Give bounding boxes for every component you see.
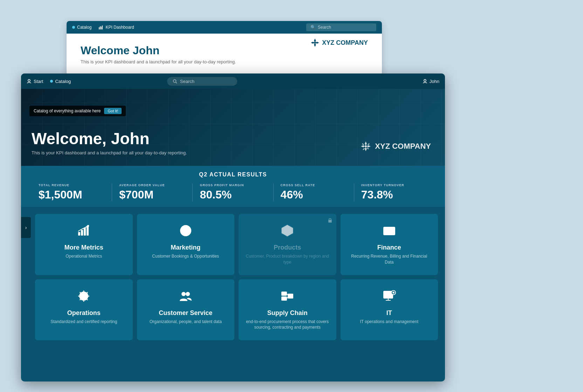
svg-point-35 — [182, 292, 185, 296]
metrics-bar: Q2 ACTUAL RESULTS TOTAL REVENUE $1,500M … — [21, 166, 445, 207]
card-customer-service[interactable]: Customer Service Organizational, people,… — [137, 279, 235, 341]
svg-rect-37 — [282, 292, 287, 295]
lock-icon — [327, 217, 333, 224]
svg-rect-13 — [87, 226, 89, 236]
nav-start[interactable]: Start — [27, 79, 43, 84]
svg-point-34 — [82, 295, 85, 298]
metric-gross-profit: GROSS PROFIT MARGIN 80.5% — [193, 183, 273, 201]
tooltip-bubble: Catalog of everything available here Got… — [29, 106, 126, 116]
svg-rect-3 — [102, 26, 103, 29]
supply-chain-title: Supply Chain — [267, 309, 308, 317]
start-icon — [27, 79, 32, 84]
svg-rect-39 — [288, 294, 293, 298]
main-window: Start Catalog Search John Catalog of eve… — [21, 74, 445, 382]
svg-line-7 — [176, 82, 177, 83]
hero-title: Welcome, John — [32, 129, 187, 148]
xyz-logo-icon — [311, 38, 319, 47]
hero-content: Welcome, John This is your KPI dashboard… — [32, 129, 187, 155]
bg-tab-dot — [72, 26, 75, 29]
card-operations[interactable]: Operations Standardized and certified re… — [35, 279, 133, 341]
hero-subtitle: This is your KPI dashboard and a launchp… — [32, 150, 187, 155]
metrics-grid: TOTAL REVENUE $1,500M AVERAGE ORDER VALU… — [32, 183, 434, 201]
bg-tab-kpi[interactable]: KPI Dashboard — [98, 25, 134, 30]
hero-logo-icon — [360, 141, 371, 152]
marketing-subtitle: Customer Bookings & Opportunities — [152, 253, 219, 259]
svg-rect-1 — [100, 26, 101, 29]
more-metrics-title: More Metrics — [64, 244, 103, 251]
card-products[interactable]: Products Customer, Product breakdown by … — [239, 214, 336, 275]
got-it-button[interactable]: Got It! — [104, 108, 122, 114]
card-finance[interactable]: Finance Recurring Revenue, Billing and F… — [341, 214, 438, 275]
nav-dot — [50, 80, 53, 83]
card-supply-chain[interactable]: Supply Chain end-to-end procurement proc… — [239, 279, 336, 341]
nav-search[interactable]: Search — [167, 77, 237, 86]
metric-inventory: INVENTORY TURNOVER 73.8% — [354, 183, 434, 201]
metrics-title: Q2 ACTUAL RESULTS — [32, 172, 434, 178]
svg-rect-2 — [101, 27, 102, 29]
svg-point-9 — [365, 145, 367, 147]
user-icon — [423, 79, 427, 84]
svg-point-36 — [186, 292, 190, 296]
svg-point-5 — [28, 79, 30, 82]
products-subtitle: Customer, Product breakdown by region an… — [246, 253, 329, 265]
bg-welcome-title: Welcome John — [81, 44, 236, 57]
bg-body: Welcome John This is your KPI dashboard … — [67, 34, 382, 75]
metric-total-revenue: TOTAL REVENUE $1,500M — [32, 183, 112, 201]
card-it[interactable]: IT IT operations and management — [341, 279, 438, 341]
svg-rect-12 — [84, 228, 86, 236]
nav-user[interactable]: John — [423, 79, 439, 84]
metric-cross-sell: CROSS SELL RATE 46% — [274, 183, 354, 201]
supply-chain-icon — [280, 289, 294, 305]
hero-section: Catalog of everything available here Got… — [21, 89, 445, 166]
nav-search-icon — [173, 79, 177, 84]
more-metrics-icon — [77, 224, 91, 240]
svg-rect-38 — [282, 297, 287, 300]
bg-search[interactable]: 🔍 Search — [306, 23, 376, 31]
bg-topbar: Catalog KPI Dashboard 🔍 Search — [67, 21, 382, 34]
chart-icon — [98, 25, 103, 30]
svg-rect-30 — [385, 231, 388, 233]
card-more-metrics[interactable]: More Metrics Operational Metrics — [35, 214, 133, 275]
products-title: Products — [274, 244, 301, 251]
finance-title: Finance — [377, 244, 401, 251]
svg-rect-11 — [81, 230, 83, 236]
more-metrics-subtitle: Operational Metrics — [66, 253, 102, 259]
bg-tab-catalog[interactable]: Catalog — [72, 25, 91, 30]
svg-rect-0 — [99, 27, 100, 29]
finance-icon — [382, 224, 396, 240]
customer-service-title: Customer Service — [159, 309, 212, 317]
products-icon — [280, 224, 294, 240]
finance-subtitle: Recurring Revenue, Billing and Financial… — [348, 253, 431, 265]
svg-point-48 — [393, 292, 394, 293]
svg-point-8 — [424, 79, 426, 82]
bg-logo: XYZ COMPANY — [311, 38, 368, 47]
it-title: IT — [386, 309, 392, 317]
customer-service-icon — [179, 289, 193, 305]
hero-logo: XYZ COMPANY — [360, 141, 431, 152]
it-subtitle: IT operations and management — [360, 319, 418, 325]
svg-point-4 — [314, 42, 316, 43]
operations-subtitle: Standardized and certified reporting — [50, 319, 117, 325]
it-icon — [382, 289, 396, 305]
nav-bar: Start Catalog Search John — [21, 74, 445, 89]
operations-title: Operations — [67, 309, 101, 317]
customer-service-subtitle: Organizational, people, and talent data — [150, 319, 222, 325]
marketing-icon — [179, 224, 193, 240]
bg-welcome-subtitle: This is your KPI dashboard and a launchp… — [81, 59, 236, 64]
svg-point-20 — [329, 221, 330, 222]
operations-icon — [77, 289, 91, 305]
marketing-title: Marketing — [171, 244, 200, 251]
cards-grid: More Metrics Operational Metrics Marketi… — [35, 214, 438, 340]
search-icon: 🔍 — [310, 25, 316, 30]
card-marketing[interactable]: Marketing Customer Bookings & Opportunit… — [137, 214, 235, 275]
cards-section: More Metrics Operational Metrics Marketi… — [21, 207, 445, 382]
supply-chain-subtitle: end-to-end procurement process that cove… — [246, 319, 329, 331]
nav-catalog[interactable]: Catalog — [50, 79, 71, 84]
metric-avg-order: AVERAGE ORDER VALUE $700M — [112, 183, 193, 201]
svg-point-6 — [173, 79, 176, 82]
svg-rect-10 — [78, 232, 80, 236]
